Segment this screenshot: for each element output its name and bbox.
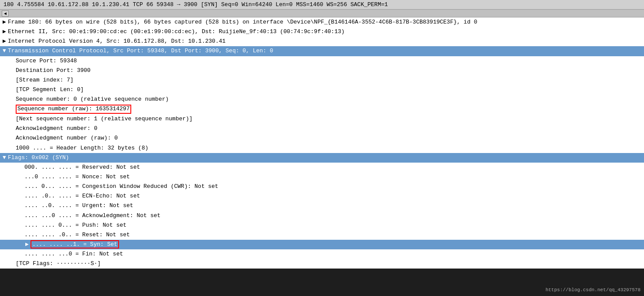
row-cwr[interactable]: .... 0... .... = Congestion Window Reduc… <box>0 182 644 191</box>
row-src-port[interactable]: Source Port: 59348 <box>0 56 644 66</box>
row-ack-flag-text: .... ...0 .... = Acknowledgment: Not set <box>24 212 160 219</box>
packet-detail-panel: ▶ Frame 180: 66 bytes on wire (528 bits)… <box>0 17 644 269</box>
horizontal-scrollbar[interactable]: ◀ <box>0 10 644 17</box>
row-flags-text: Flags: 0x002 (SYN) <box>8 154 69 161</box>
row-seq-raw[interactable]: Sequence number (raw): 1635314297 <box>0 104 644 114</box>
row-ethernet-text: Ethernet II, Src: 00:e1:99:00:cd:ec (00:… <box>8 28 344 35</box>
row-seg-len[interactable]: [TCP Segment Len: 0] <box>0 85 644 95</box>
row-next-seq-text: [Next sequence number: 1 (relative seque… <box>16 116 193 122</box>
row-reset[interactable]: .... .... .0.. = Reset: Not set <box>0 230 644 240</box>
packet-summary-text: 180 4.755584 10.61.172.88 10.1.230.41 TC… <box>3 1 388 8</box>
row-seq-text: Sequence number: 0 (relative sequence nu… <box>16 96 169 102</box>
row-fin[interactable]: .... .... ...0 = Fin: Not set <box>0 249 644 259</box>
row-reserved[interactable]: 000. .... .... = Reserved: Not set <box>0 163 644 172</box>
row-ack-raw[interactable]: Acknowledgment number (raw): 0 <box>0 133 644 143</box>
row-dst-port[interactable]: Destination Port: 3900 <box>0 66 644 75</box>
row-urgent-text: .... ..0. .... = Urgent: Not set <box>24 202 133 209</box>
row-frame-arrow[interactable]: ▶ <box>2 18 7 27</box>
row-nonce[interactable]: ...0 .... .... = Nonce: Not set <box>0 172 644 182</box>
row-tcp[interactable]: ▼ Transmission Control Protocol, Src Por… <box>0 46 644 56</box>
seq-raw-value: Sequence number (raw): 1635314297 <box>16 105 131 114</box>
row-flags[interactable]: ▼ Flags: 0x002 (SYN) <box>0 153 644 163</box>
row-frame[interactable]: ▶ Frame 180: 66 bytes on wire (528 bits)… <box>0 17 644 27</box>
row-dst-port-text: Destination Port: 3900 <box>16 67 91 74</box>
row-flags-arrow[interactable]: ▼ <box>2 153 7 162</box>
row-syn[interactable]: ▶ .... .... ..1. = Syn: Set <box>0 240 644 249</box>
row-ip-arrow[interactable]: ▶ <box>2 37 7 46</box>
row-header-len-text: 1000 .... = Header Length: 32 bytes (8) <box>16 145 148 151</box>
packet-summary-bar: 180 4.755584 10.61.172.88 10.1.230.41 TC… <box>0 0 644 10</box>
row-tcp-text: Transmission Control Protocol, Src Port:… <box>8 48 273 54</box>
row-reset-text: .... .... .0.. = Reset: Not set <box>24 231 130 238</box>
row-ack-raw-text: Acknowledgment number (raw): 0 <box>16 135 118 141</box>
row-push-text: .... .... 0... = Push: Not set <box>24 222 126 228</box>
row-fin-text: .... .... ...0 = Fin: Not set <box>24 251 123 257</box>
row-ecn[interactable]: .... .0.. .... = ECN-Echo: Not set <box>0 191 644 201</box>
row-tcp-flags-text: [TCP Flags: ··········S·] <box>16 260 101 267</box>
row-ethernet[interactable]: ▶ Ethernet II, Src: 00:e1:99:00:cd:ec (0… <box>0 27 644 37</box>
row-seq[interactable]: Sequence number: 0 (relative sequence nu… <box>0 95 644 104</box>
row-stream[interactable]: [Stream index: 7] <box>0 75 644 85</box>
row-ack[interactable]: Acknowledgment number: 0 <box>0 124 644 133</box>
row-tcp-arrow[interactable]: ▼ <box>2 47 7 55</box>
row-next-seq[interactable]: [Next sequence number: 1 (relative seque… <box>0 114 644 124</box>
row-ack-text: Acknowledgment number: 0 <box>16 125 97 132</box>
row-ip-text: Internet Protocol Version 4, Src: 10.61.… <box>8 38 225 44</box>
row-reserved-text: 000. .... .... = Reserved: Not set <box>24 164 140 170</box>
row-ip[interactable]: ▶ Internet Protocol Version 4, Src: 10.6… <box>0 37 644 46</box>
syn-set-value: .... .... ..1. = Syn: Set <box>31 240 119 248</box>
row-push[interactable]: .... .... 0... = Push: Not set <box>0 221 644 230</box>
row-header-len[interactable]: 1000 .... = Header Length: 32 bytes (8) <box>0 143 644 153</box>
row-ecn-text: .... .0.. .... = ECN-Echo: Not set <box>24 193 140 199</box>
row-frame-text: Frame 180: 66 bytes on wire (528 bits), … <box>8 19 477 25</box>
row-nonce-text: ...0 .... .... = Nonce: Not set <box>24 174 130 180</box>
row-seg-len-text: [TCP Segment Len: 0] <box>16 86 84 93</box>
row-urgent[interactable]: .... ..0. .... = Urgent: Not set <box>0 201 644 211</box>
row-stream-text: [Stream index: 7] <box>16 77 74 83</box>
row-ethernet-arrow[interactable]: ▶ <box>2 27 7 36</box>
row-ack-flag[interactable]: .... ...0 .... = Acknowledgment: Not set <box>0 211 644 221</box>
row-src-port-text: Source Port: 59348 <box>16 58 77 64</box>
syn-expand-arrow[interactable]: ▶ <box>24 240 30 249</box>
scroll-left-button[interactable]: ◀ <box>2 10 9 17</box>
row-tcp-flags[interactable]: [TCP Flags: ··········S·] <box>0 259 644 269</box>
row-cwr-text: .... 0... .... = Congestion Window Reduc… <box>24 183 218 190</box>
